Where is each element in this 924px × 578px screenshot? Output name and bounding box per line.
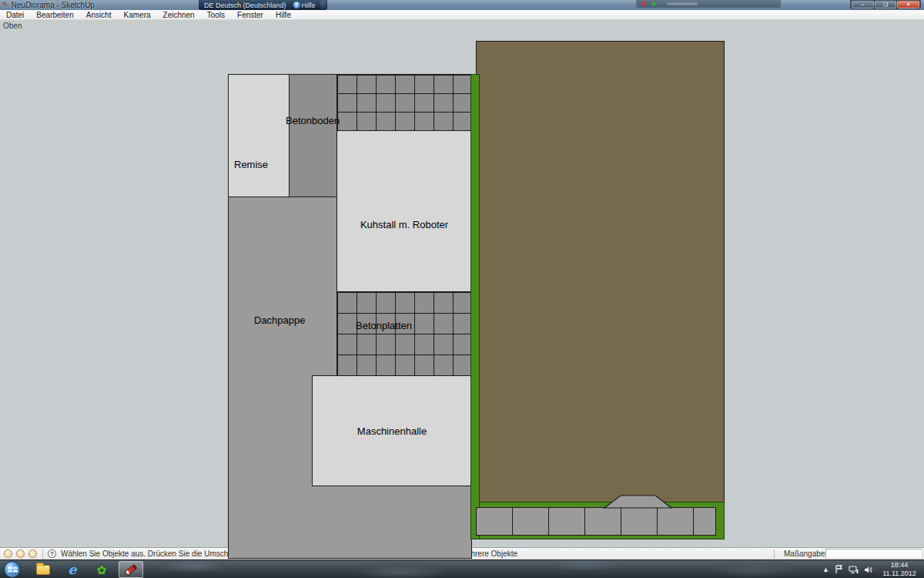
menu-zeichnen[interactable]: Zeichnen: [157, 10, 201, 20]
credits-icon[interactable]: [28, 549, 37, 558]
window-title-group[interactable]: ✎ NeuDiorama - SketchUp: [0, 0, 220, 10]
betonboden-strip[interactable]: [289, 74, 337, 197]
system-tray: ▲: [822, 560, 873, 578]
speaker-icon[interactable]: [864, 566, 873, 574]
model-viewport[interactable]: Oben Remise Betonboden Kuhstall m. Robot…: [0, 20, 924, 547]
menu-fenster[interactable]: Fenster: [231, 10, 270, 20]
measurements-input[interactable]: [825, 549, 922, 559]
menu-kamera[interactable]: Kamera: [118, 10, 157, 20]
label-remise[interactable]: Remise: [234, 159, 268, 170]
icq-taskbar-icon[interactable]: ✿: [89, 561, 114, 578]
language-bar[interactable]: DE Deutsch (Deutschland) ? Hilfe ⋮: [199, 0, 327, 10]
background-window-icon: [651, 2, 656, 6]
taskbar: e ✿ ▲ 18:44 11.11.2012: [0, 560, 924, 578]
claim-model-icon[interactable]: [16, 549, 25, 558]
action-center-flag-icon[interactable]: [835, 565, 843, 574]
menu-ansicht[interactable]: Ansicht: [80, 10, 118, 20]
label-betonplatten[interactable]: Betonplatten: [356, 320, 412, 331]
background-window-titletext: [667, 2, 698, 5]
ie-icon: e: [69, 563, 77, 576]
view-name-label: Oben: [3, 22, 22, 30]
bottom-paving-strip[interactable]: [476, 507, 716, 536]
clock-time: 18:44: [876, 561, 922, 570]
geolocation-icon[interactable]: [4, 549, 12, 558]
maximize-button[interactable]: ❏: [875, 1, 897, 8]
menu-bearbeiten[interactable]: Bearbeiten: [30, 10, 79, 20]
flower-icon: ✿: [97, 564, 107, 576]
menu-bar: Datei Bearbeiten Ansicht Kamera Zeichnen…: [0, 10, 924, 20]
background-window-icon: [641, 2, 646, 6]
taskbar-clock[interactable]: 18:44 11.11.2012: [876, 561, 922, 577]
help-icon: ?: [293, 2, 300, 8]
language-help-button[interactable]: ? Hilfe: [290, 2, 319, 9]
windows-flag-icon: [8, 565, 18, 575]
window-title: NeuDiorama - SketchUp: [12, 1, 95, 9]
measure-separator: [774, 549, 775, 559]
field-area[interactable]: [476, 41, 725, 523]
title-bar[interactable]: ✎ NeuDiorama - SketchUp DE Deutsch (Deut…: [0, 0, 924, 10]
label-kuhstall[interactable]: Kuhstall m. Roboter: [336, 130, 472, 230]
start-button[interactable]: [4, 561, 21, 578]
minimize-button[interactable]: –: [852, 1, 874, 8]
label-maschinenhalle[interactable]: Maschinenhalle: [312, 375, 472, 486]
language-bar-options-handle[interactable]: ⋮: [320, 1, 326, 9]
measurements-label: Maßangaben: [784, 549, 829, 558]
remise-building[interactable]: [228, 74, 290, 197]
label-betonboden[interactable]: Betonboden: [286, 115, 340, 126]
menu-hilfe[interactable]: Hilfe: [270, 10, 297, 20]
status-help-icon[interactable]: ?: [48, 549, 56, 558]
betonboden-grid[interactable]: [336, 74, 472, 131]
menu-tools[interactable]: Tools: [201, 10, 231, 20]
network-icon[interactable]: [849, 566, 859, 574]
internet-explorer-taskbar-icon[interactable]: e: [60, 561, 85, 578]
menu-datei[interactable]: Datei: [0, 10, 30, 20]
sketchup-app-icon: ✎: [2, 2, 8, 8]
close-button[interactable]: ✕: [897, 1, 919, 8]
background-window-fragment[interactable]: [636, 0, 781, 8]
ramp-trapezoid[interactable]: [601, 493, 675, 509]
show-hidden-icons-chevron[interactable]: ▲: [822, 566, 829, 573]
betonplatten-grid[interactable]: [336, 291, 472, 376]
language-label[interactable]: DE Deutsch (Deutschland): [200, 2, 290, 9]
sketchup-taskbar-icon-active[interactable]: [119, 561, 143, 578]
folder-icon: [36, 565, 50, 575]
label-dachpappe[interactable]: Dachpappe: [254, 314, 306, 326]
language-help-label: Hilfe: [302, 2, 316, 9]
window-caption-buttons: – ❏ ✕: [850, 0, 921, 9]
sketchup-pencil-icon: [125, 563, 138, 575]
explorer-taskbar-icon[interactable]: [31, 561, 55, 578]
desktop-screen: ✎ NeuDiorama - SketchUp DE Deutsch (Deut…: [0, 0, 924, 578]
status-separator: [42, 549, 43, 559]
clock-date: 11.11.2012: [876, 570, 922, 577]
